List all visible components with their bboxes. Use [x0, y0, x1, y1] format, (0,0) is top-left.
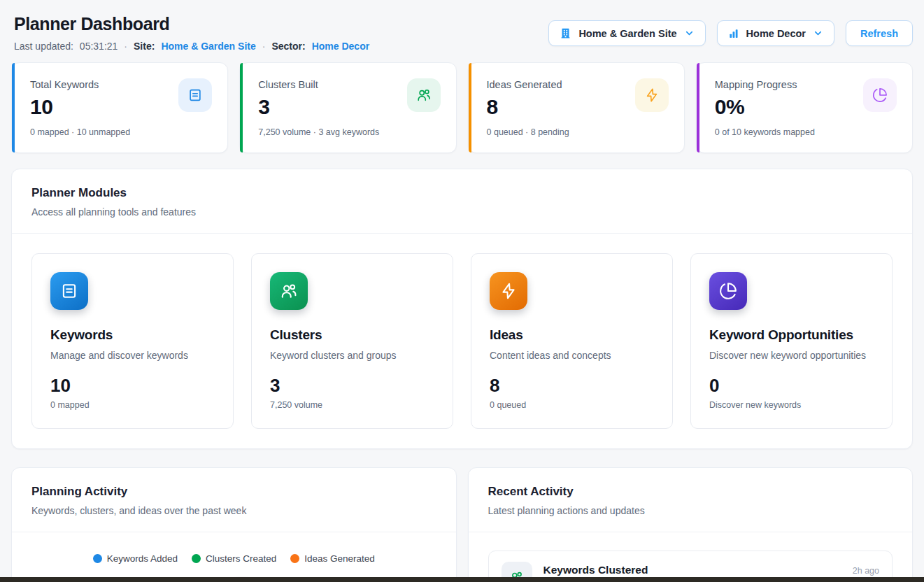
- stat-sub: 0 mapped · 10 unmapped: [30, 127, 212, 137]
- module-title: Keyword Opportunities: [709, 327, 874, 343]
- recent-activity-subtitle: Latest planning actions and updates: [488, 505, 893, 516]
- building-icon: [560, 27, 571, 39]
- legend-item-ideas-generated[interactable]: Ideas Generated: [290, 553, 375, 564]
- meta-separator: ·: [262, 41, 266, 52]
- module-value: 10: [50, 375, 215, 397]
- stat-sub: 0 of 10 keywords mapped: [715, 127, 897, 137]
- sector-dropdown-label: Home Decor: [746, 28, 806, 39]
- header-controls: Home & Garden Site Home Decor Refresh: [548, 20, 913, 46]
- planning-activity-panel: Planning Activity Keywords, clusters, an…: [11, 467, 457, 582]
- module-description: Keyword clusters and groups: [270, 350, 434, 361]
- planning-activity-header: Planning Activity Keywords, clusters, an…: [12, 468, 456, 532]
- stat-sub: 7,250 volume · 3 avg keywords: [258, 127, 440, 137]
- site-link[interactable]: Home & Garden Site: [161, 41, 255, 52]
- header-left: Planner Dashboard Last updated: 05:31:21…: [14, 14, 369, 52]
- header: Planner Dashboard Last updated: 05:31:21…: [0, 0, 924, 52]
- activity-item-title: Keywords Clustered: [543, 564, 648, 576]
- sector-dropdown[interactable]: Home Decor: [717, 20, 834, 46]
- planner-modules-panel: Planner Modules Access all planning tool…: [11, 169, 913, 449]
- accent-strip: [12, 63, 15, 152]
- modules-panel-title: Planner Modules: [31, 186, 893, 200]
- module-title: Ideas: [490, 327, 654, 343]
- module-value: 8: [490, 375, 654, 397]
- legend-item-clusters-created[interactable]: Clusters Created: [192, 553, 276, 564]
- pie-chart-icon: [709, 272, 747, 310]
- modules-panel-header: Planner Modules Access all planning tool…: [12, 169, 912, 234]
- legend-dot-orange: [290, 554, 299, 563]
- last-updated-label: Last updated:: [14, 41, 73, 52]
- bottom-row: Planning Activity Keywords, clusters, an…: [11, 467, 913, 582]
- users-icon: [270, 272, 308, 310]
- stat-sub: 0 queued · 8 pending: [487, 127, 669, 137]
- module-description: Discover new keyword opportunities: [709, 350, 874, 361]
- legend-dot-green: [192, 554, 201, 563]
- page-title: Planner Dashboard: [14, 14, 369, 34]
- stat-card-total-keywords: Total Keywords 10 0 mapped · 10 unmapped: [11, 62, 228, 153]
- stat-cards-row: Total Keywords 10 0 mapped · 10 unmapped…: [11, 62, 913, 153]
- modules-panel-subtitle: Access all planning tools and features: [31, 206, 893, 218]
- legend-label: Keywords Added: [107, 553, 178, 564]
- chevron-down-icon: [813, 28, 823, 38]
- accent-strip: [469, 63, 471, 152]
- module-description: Content ideas and concepts: [490, 350, 654, 361]
- activity-item-time: 2h ago: [853, 566, 879, 576]
- sector-link[interactable]: Home Decor: [312, 41, 369, 52]
- site-dropdown[interactable]: Home & Garden Site: [548, 20, 705, 46]
- recent-activity-title: Recent Activity: [488, 485, 893, 499]
- document-icon: [50, 272, 88, 310]
- stat-card-ideas-generated: Ideas Generated 8 0 queued · 8 pending: [468, 62, 685, 153]
- accent-strip: [697, 63, 699, 152]
- module-value: 3: [270, 375, 434, 397]
- legend-dot-blue: [93, 554, 102, 563]
- module-value: 0: [709, 375, 874, 397]
- recent-activity-panel: Recent Activity Latest planning actions …: [468, 467, 914, 582]
- users-icon: [407, 78, 441, 112]
- chart-legend: Keywords Added Clusters Created Ideas Ge…: [12, 553, 456, 564]
- module-sub: 0 queued: [490, 400, 654, 410]
- stat-card-mapping-progress: Mapping Progress 0% 0 of 10 keywords map…: [696, 62, 913, 153]
- pie-chart-icon: [863, 78, 897, 112]
- meta-separator: ·: [124, 41, 127, 52]
- lightning-icon: [635, 78, 669, 112]
- module-card-ideas[interactable]: Ideas Content ideas and concepts 8 0 que…: [471, 253, 673, 429]
- planning-activity-title: Planning Activity: [31, 485, 436, 499]
- legend-label: Ideas Generated: [304, 553, 375, 564]
- last-updated-value: 05:31:21: [80, 41, 118, 52]
- refresh-button[interactable]: Refresh: [846, 20, 913, 46]
- site-label: Site:: [134, 41, 155, 52]
- document-icon: [178, 78, 212, 112]
- sector-label: Sector:: [271, 41, 305, 52]
- module-title: Clusters: [270, 327, 434, 343]
- accent-strip: [240, 63, 243, 152]
- module-card-keyword-opportunities[interactable]: Keyword Opportunities Discover new keywo…: [690, 253, 893, 429]
- header-meta: Last updated: 05:31:21 · Site: Home & Ga…: [14, 41, 369, 52]
- module-description: Manage and discover keywords: [50, 350, 215, 361]
- modules-grid: Keywords Manage and discover keywords 10…: [12, 234, 912, 448]
- legend-label: Clusters Created: [206, 553, 276, 564]
- module-sub: 7,250 volume: [270, 400, 434, 410]
- module-card-clusters[interactable]: Clusters Keyword clusters and groups 3 7…: [251, 253, 453, 429]
- recent-activity-header: Recent Activity Latest planning actions …: [469, 468, 913, 532]
- bar-chart-icon: [728, 28, 739, 39]
- site-dropdown-label: Home & Garden Site: [578, 28, 676, 39]
- legend-item-keywords-added[interactable]: Keywords Added: [93, 553, 178, 564]
- bottom-edge-bar: [0, 577, 924, 582]
- lightning-icon: [490, 272, 527, 310]
- module-sub: 0 mapped: [50, 400, 215, 410]
- module-sub: Discover new keywords: [709, 400, 874, 410]
- stat-card-clusters-built: Clusters Built 3 7,250 volume · 3 avg ke…: [239, 62, 456, 153]
- chevron-down-icon: [684, 28, 695, 38]
- planning-activity-subtitle: Keywords, clusters, and ideas over the p…: [31, 505, 436, 516]
- module-title: Keywords: [50, 327, 215, 343]
- module-card-keywords[interactable]: Keywords Manage and discover keywords 10…: [31, 253, 234, 429]
